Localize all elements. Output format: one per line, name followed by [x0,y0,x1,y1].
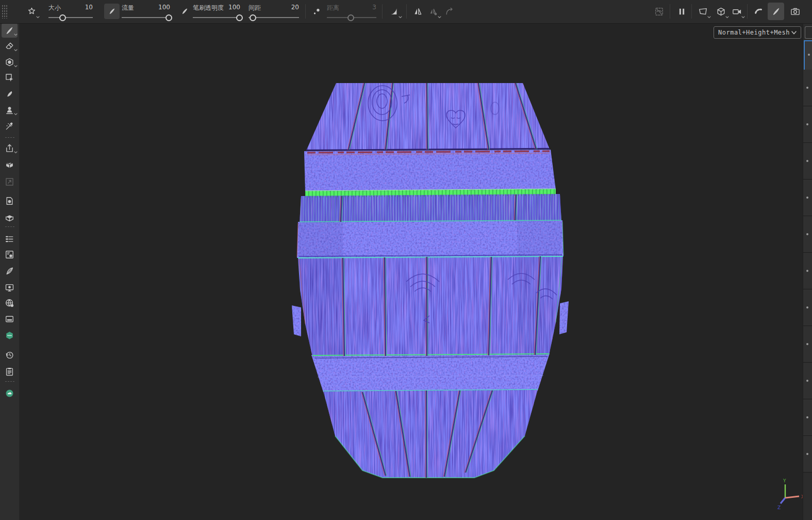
param-spacing-slider[interactable] [248,14,299,21]
scatter-button[interactable] [308,3,325,20]
toolbar-separator [305,4,306,19]
history-panel[interactable] [2,348,18,362]
tool-polygon-fill[interactable] [2,70,18,85]
log-panel[interactable] [2,364,18,379]
dock-item[interactable] [803,326,812,363]
viewport-3d[interactable]: Normal+Height+Mesh Y X Z [19,23,803,520]
bake-icon [5,159,14,169]
stroke-visibility-off-button[interactable] [651,3,667,20]
toolbar-separator [406,4,407,19]
smudge-icon [5,89,14,99]
dock-dropdown-stub[interactable] [805,26,812,39]
tool-material-picker[interactable] [2,119,18,133]
brush-tip-icon [180,7,190,17]
axis-y-label: Y [783,478,786,483]
stroke-panel[interactable] [2,264,18,278]
properties-panel[interactable] [2,247,18,262]
brush-tip-icon [107,7,117,17]
toolbar-separator [691,4,692,19]
sidebar-divider [5,226,14,228]
display-mode-value: Normal+Height+Mesh [718,29,791,36]
symmetry-icon [413,7,423,17]
sidebar-divider [5,137,14,138]
community-link[interactable] [2,386,18,400]
lazy-transform-icon [444,7,454,17]
right-dock-panel[interactable] [803,23,812,520]
tool-smudge[interactable] [2,87,18,101]
param-opacity-slider[interactable] [193,14,240,21]
symmetry-settings-button[interactable] [425,3,441,20]
chevron-down-icon [14,34,18,36]
param-distance-slider [327,14,376,21]
dock-item[interactable] [803,106,812,143]
dock-item[interactable] [803,399,812,436]
properties-icon [5,250,14,259]
tool-eraser[interactable] [2,39,18,53]
dock-item[interactable] [803,436,812,473]
assets-panel[interactable] [2,210,18,225]
texture-set-settings[interactable] [2,328,18,343]
dock-item[interactable] [803,216,812,253]
brush-tip-button[interactable] [104,4,120,19]
paint-mode-icon [771,7,781,17]
shader-settings[interactable] [2,296,18,310]
solo-mesh-icon [716,7,726,17]
eraser-icon [5,41,14,51]
export-icon [5,143,14,153]
brush-tip-secondary-button[interactable] [176,3,193,20]
dock-item[interactable] [803,289,812,326]
dock-item[interactable] [803,363,812,399]
dock-item[interactable] [803,253,812,289]
dock-toggle[interactable] [2,312,18,326]
display-settings[interactable] [2,280,18,295]
camera-view-icon [732,7,742,17]
perspective-view-button[interactable] [694,3,711,20]
resize-document[interactable] [2,174,18,189]
param-flow: 流量 100 [122,3,170,21]
falloff-curve-button[interactable] [386,3,402,20]
symmetry-button[interactable] [409,3,426,20]
tool-projection[interactable] [2,55,18,69]
bake-mesh-maps[interactable] [2,157,18,171]
chevron-down-icon [14,65,18,68]
dock-item[interactable] [803,143,812,180]
dock-item[interactable] [803,70,812,106]
chevron-down-icon [707,16,711,19]
dock-selected-item[interactable] [804,40,812,71]
camera-view-button[interactable] [728,3,745,20]
axis-gizmo: Y X Z [760,476,803,516]
tool-sidebar [0,23,20,520]
param-spacing-label: 间距 [248,4,261,12]
param-distance-value: 3 [372,4,376,11]
param-opacity-label: 笔刷透明度 [193,4,224,12]
particle-brush-button[interactable] [750,3,767,20]
substance-resource[interactable] [2,193,18,208]
paint-mode-button[interactable] [768,3,784,20]
chevron-down-icon [14,151,18,154]
substance-doc-icon [5,196,14,206]
model-barrel-normal-map [19,23,803,520]
param-distance: 距离 3 [327,3,376,21]
display-settings-icon [5,283,14,293]
param-size: 大小 10 [48,3,93,21]
param-flow-value: 100 [158,4,170,11]
dock-item-list[interactable] [803,70,812,473]
solo-mesh-button[interactable] [712,3,729,20]
toolbar-drag-handle[interactable] [2,5,7,19]
brush-preset-button[interactable] [23,3,40,20]
export-textures[interactable] [2,141,18,155]
param-flow-slider[interactable] [122,14,170,21]
lazy-transform-button[interactable] [441,3,457,20]
tool-clone[interactable] [2,103,18,117]
log-icon [5,367,14,377]
pause-engine-button[interactable] [673,3,690,20]
screenshot-button[interactable] [787,3,803,20]
param-size-slider[interactable] [48,14,93,21]
resize-icon [5,177,14,187]
param-size-label: 大小 [48,4,61,12]
dock-item[interactable] [803,180,812,216]
display-mode-dropdown[interactable]: Normal+Height+Mesh [714,26,801,39]
layers-panel[interactable] [2,232,18,246]
tool-paint[interactable] [2,23,18,38]
pause-icon [677,7,687,17]
